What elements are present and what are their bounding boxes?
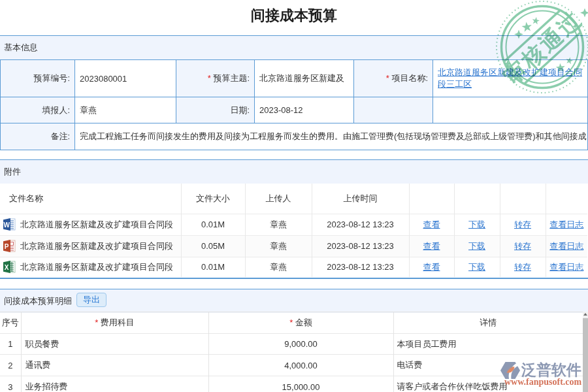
svg-text:W: W: [3, 221, 10, 229]
svg-text:X: X: [5, 264, 9, 271]
svg-text:P: P: [5, 243, 9, 250]
